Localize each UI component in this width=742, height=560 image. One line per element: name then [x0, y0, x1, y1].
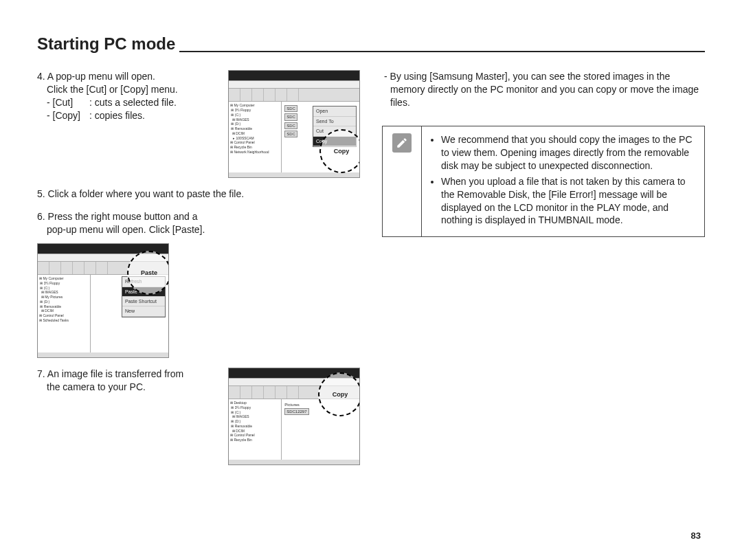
callout-paste: Paste [127, 251, 169, 295]
step-6-cont: pop-up menu will open. Click [Paste]. [47, 223, 360, 236]
screenshot-step-6: ⊞ My Computer ⊞ 3½ Floppy ⊞ (C:) ⊞ IMAGE… [37, 243, 169, 358]
page-title-row: Starting PC mode [37, 33, 705, 55]
right-column: - By using [Samsung Master], you can see… [382, 60, 705, 465]
step-7-lead: 7. An image file is transferred from [37, 368, 220, 381]
note-1: We recommend that you should copy the im… [441, 133, 695, 172]
cut-desc: : cuts a selected file. [89, 96, 177, 109]
screenshot-step-7: ⊞ Desktop ⊞ 3½ Floppy ⊞ (C:) ⊞ IMAGES ⊞ … [228, 368, 360, 465]
screenshot-step-4: ⊞ My Computer ⊞ 3½ Floppy ⊞ (C:) ⊞ IMAGE… [228, 70, 360, 178]
step-7-cont: the camera to your PC. [47, 381, 220, 394]
step-7: 7. An image file is transferred from the… [37, 368, 360, 465]
menu-open: Open [313, 107, 356, 116]
step-6-lead: 6. Press the right mouse button and a [37, 210, 360, 223]
page-title: Starting PC mode [37, 33, 175, 55]
step-6: 6. Press the right mouse button and a po… [37, 210, 360, 358]
callout-copy-7: Copy [318, 372, 360, 416]
step-5-text: 5. Click a folder where you want to past… [37, 188, 360, 201]
note-box: We recommend that you should copy the im… [382, 126, 705, 237]
step-4-instr: Click the [Cut] or [Copy] menu. [47, 83, 220, 96]
step-4-lead: 4. A pop-up menu will open. [37, 70, 220, 83]
step-4: 4. A pop-up menu will open. Click the [C… [37, 70, 360, 178]
note-icon [383, 126, 422, 236]
file-chip: SDC12297 [284, 408, 308, 415]
samsung-master-intro: - By using [Samsung Master], you can see… [390, 70, 705, 109]
pencil-icon [392, 133, 412, 153]
menu-send-to: Send To [313, 117, 356, 126]
copy-key: - [Copy] [47, 109, 89, 122]
left-column: 4. A pop-up menu will open. Click the [C… [37, 60, 360, 465]
note-2: When you upload a file that is not taken… [441, 175, 695, 227]
title-rule [179, 51, 705, 52]
callout-copy: Copy [319, 129, 360, 173]
step-5: 5. Click a folder where you want to past… [37, 188, 360, 201]
menu-paste-shortcut: Paste Shortcut [122, 297, 165, 306]
copy-desc: : copies files. [89, 109, 145, 122]
cut-key: - [Cut] [47, 96, 89, 109]
page-number: 83 [691, 530, 701, 542]
menu-new: New [122, 306, 165, 316]
